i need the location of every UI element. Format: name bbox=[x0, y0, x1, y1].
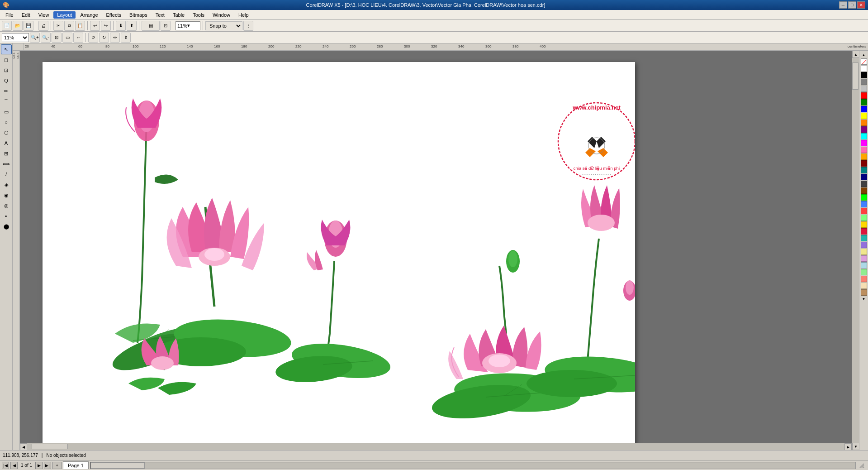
canvas-viewport[interactable]: www.chipmia.net chia sẻ dữ liệu miễn phí bbox=[20, 51, 859, 450]
page-tab-1[interactable]: Page 1 bbox=[63, 461, 89, 469]
color-swatch-lightblue[interactable] bbox=[861, 201, 867, 207]
open-button[interactable]: 📂 bbox=[13, 21, 23, 31]
color-swatch-purple[interactable] bbox=[861, 126, 867, 133]
color-swatch-lightgreen2[interactable] bbox=[861, 269, 867, 275]
rectangle-tool[interactable]: ▭ bbox=[1, 107, 12, 117]
smart-fill-tool[interactable]: ⬤ bbox=[1, 221, 12, 231]
add-page-button[interactable]: + bbox=[52, 462, 62, 469]
mirror-v-button[interactable]: ⇕ bbox=[121, 33, 131, 43]
table-tool[interactable]: ⊞ bbox=[1, 149, 12, 158]
color-swatch-brown[interactable] bbox=[861, 187, 867, 194]
scroll-up-button[interactable]: ▲ bbox=[852, 51, 859, 58]
snap-config-button[interactable]: ⊡ bbox=[161, 21, 171, 31]
color-swatch-black[interactable] bbox=[861, 72, 867, 78]
text-tool[interactable]: A bbox=[1, 138, 12, 148]
menu-effects[interactable]: Effects bbox=[103, 11, 125, 19]
snap-options-button[interactable]: ⋮ bbox=[243, 21, 253, 31]
menu-view[interactable]: View bbox=[35, 11, 53, 19]
menu-text[interactable]: Text bbox=[152, 11, 168, 19]
color-swatch-teal[interactable] bbox=[861, 167, 867, 173]
zoom-in-button[interactable]: 🔍+ bbox=[30, 33, 40, 43]
last-page-button[interactable]: ▶| bbox=[44, 462, 51, 469]
zoom-tool[interactable]: Q bbox=[1, 76, 12, 86]
color-swatch-amber[interactable] bbox=[861, 153, 867, 160]
color-swatch-mediumpurple[interactable] bbox=[861, 242, 867, 248]
fill-tool[interactable]: ▪ bbox=[1, 211, 12, 221]
page-scrollbar-h[interactable] bbox=[90, 462, 856, 469]
zoom-width-button[interactable]: ↔ bbox=[73, 33, 83, 43]
color-swatch-navy[interactable] bbox=[861, 174, 867, 180]
dimension-tool[interactable]: ⟺ bbox=[1, 159, 12, 169]
zoom-levels-button[interactable]: ▤ bbox=[142, 21, 160, 31]
color-swatch-white[interactable] bbox=[861, 65, 867, 72]
menu-help[interactable]: Help bbox=[235, 11, 252, 19]
zoom-out-button[interactable]: 🔍- bbox=[41, 33, 51, 43]
page-scroll-thumb[interactable] bbox=[90, 462, 145, 469]
menu-arrange[interactable]: Arrange bbox=[76, 11, 101, 19]
zoom-fit-button[interactable]: ⊡ bbox=[52, 33, 62, 43]
minimize-button[interactable]: ─ bbox=[839, 1, 847, 9]
selector-tool[interactable]: ↖ bbox=[1, 44, 12, 54]
menu-file[interactable]: File bbox=[2, 11, 17, 19]
copy-button[interactable]: ⧉ bbox=[64, 21, 74, 31]
cut-button[interactable]: ✂ bbox=[53, 21, 63, 31]
rotate-ccw-button[interactable]: ↺ bbox=[88, 33, 98, 43]
color-swatch-salmon[interactable] bbox=[861, 276, 867, 282]
scroll-thumb-v[interactable] bbox=[852, 62, 859, 90]
color-swatch-red[interactable] bbox=[861, 92, 867, 99]
color-swatch-pink[interactable] bbox=[861, 147, 867, 153]
scroll-thumb-h[interactable] bbox=[32, 444, 68, 449]
zoom-select[interactable]: 11% 25% 50% 75% 100% bbox=[2, 33, 29, 42]
scroll-track-v[interactable] bbox=[852, 58, 859, 443]
horizontal-scrollbar[interactable]: ◀ ▶ bbox=[20, 443, 852, 450]
menu-window[interactable]: Window bbox=[209, 11, 234, 19]
color-swatch-maroon[interactable] bbox=[861, 160, 867, 167]
import-button[interactable]: ⬇ bbox=[116, 21, 126, 31]
color-swatch-lightseagreen[interactable] bbox=[861, 235, 867, 241]
zoom-page-button[interactable]: ▭ bbox=[62, 33, 72, 43]
menu-edit[interactable]: Edit bbox=[18, 11, 34, 19]
crop-tool[interactable]: ⊡ bbox=[1, 65, 12, 75]
undo-button[interactable]: ↩ bbox=[90, 21, 100, 31]
outline-tool[interactable]: ◎ bbox=[1, 201, 12, 211]
new-button[interactable]: 📄 bbox=[2, 21, 12, 31]
color-swatch-rosybrown[interactable] bbox=[861, 289, 867, 296]
close-button[interactable]: ✕ bbox=[857, 1, 865, 9]
color-swatch-darkgray[interactable] bbox=[861, 181, 867, 187]
save-button[interactable]: 💾 bbox=[24, 21, 33, 31]
menu-layout[interactable]: Layout bbox=[53, 11, 76, 19]
scroll-track-h[interactable] bbox=[27, 443, 844, 450]
no-color-swatch[interactable] bbox=[861, 58, 867, 65]
palette-down-arrow[interactable]: ▼ bbox=[861, 296, 867, 302]
color-swatch-lightgreen[interactable] bbox=[861, 215, 867, 221]
color-swatch-gray[interactable] bbox=[861, 79, 867, 85]
ellipse-tool[interactable]: ○ bbox=[1, 117, 12, 127]
menu-table[interactable]: Table bbox=[169, 11, 188, 19]
interactive-fill-tool[interactable]: ◈ bbox=[1, 180, 12, 190]
next-page-button[interactable]: ▶ bbox=[35, 462, 43, 469]
connector-tool[interactable]: / bbox=[1, 169, 12, 179]
eyedropper-tool[interactable]: ◉ bbox=[1, 190, 12, 200]
color-swatch-orange[interactable] bbox=[861, 120, 867, 126]
color-swatch-crimson[interactable] bbox=[861, 228, 867, 235]
scroll-down-button[interactable]: ▼ bbox=[852, 443, 859, 450]
color-swatch-yellow[interactable] bbox=[861, 113, 867, 119]
menu-bitmaps[interactable]: Bitmaps bbox=[126, 11, 151, 19]
color-swatch-wheat[interactable] bbox=[861, 283, 867, 289]
export-button[interactable]: ⬆ bbox=[127, 21, 137, 31]
resize-grip[interactable] bbox=[857, 461, 866, 470]
color-swatch-gold[interactable] bbox=[861, 221, 867, 228]
palette-up-arrow[interactable]: ▲ bbox=[861, 52, 867, 58]
color-swatch-magenta[interactable] bbox=[861, 140, 867, 146]
first-page-button[interactable]: |◀ bbox=[2, 462, 9, 469]
color-swatch-lightblue2[interactable] bbox=[861, 262, 867, 269]
color-swatch-lime[interactable] bbox=[861, 194, 867, 201]
color-swatch-silver[interactable] bbox=[861, 86, 867, 92]
prev-page-button[interactable]: ◀ bbox=[10, 462, 18, 469]
shape-tool[interactable]: ◻ bbox=[1, 55, 12, 65]
smart-drawing-tool[interactable]: ⌒ bbox=[1, 96, 12, 106]
freehand-tool[interactable]: ✏ bbox=[1, 86, 12, 96]
color-swatch-coral[interactable] bbox=[861, 208, 867, 214]
color-swatch-khaki[interactable] bbox=[861, 249, 867, 255]
color-swatch-cyan[interactable] bbox=[861, 133, 867, 139]
